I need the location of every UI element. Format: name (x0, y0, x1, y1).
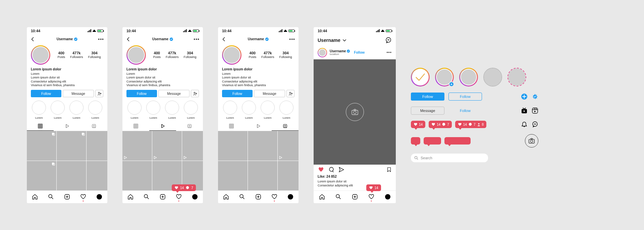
message-button[interactable]: Message (63, 90, 94, 97)
like-button[interactable] (318, 167, 324, 173)
grid-cell[interactable] (87, 161, 108, 190)
story-ring[interactable] (459, 68, 478, 87)
highlight-item[interactable]: Lorem (223, 101, 237, 119)
tab-reels[interactable] (245, 121, 272, 131)
avatar-story-ring[interactable] (222, 45, 241, 65)
highlight-item[interactable]: Lorem (260, 101, 275, 119)
grid-cell[interactable] (248, 131, 277, 161)
highlight-item[interactable]: Lorem (241, 101, 256, 119)
add-circle-icon[interactable] (521, 93, 528, 100)
story-ring-seen[interactable] (483, 68, 502, 87)
highlight-item[interactable]: Lorem (69, 101, 84, 119)
stat-followers[interactable]: 477kFollowers (70, 51, 83, 59)
grid-cell[interactable] (182, 131, 203, 161)
nav-search[interactable] (144, 194, 150, 200)
messenger-icon[interactable] (532, 121, 538, 128)
grid-cell[interactable] (218, 161, 248, 190)
avatar-story-ring[interactable] (31, 45, 50, 65)
back-icon[interactable] (30, 37, 35, 42)
share-button[interactable] (338, 167, 344, 173)
grid-cell[interactable] (248, 161, 277, 190)
chevron-down-icon[interactable] (342, 38, 346, 42)
stat-posts[interactable]: 400Posts (57, 51, 65, 59)
camera-button[interactable] (525, 134, 538, 148)
highlight-item[interactable]: Lorem (165, 101, 179, 119)
follow-button[interactable]: Follow (126, 90, 157, 97)
search-input[interactable]: Search (411, 154, 488, 162)
grid-cell[interactable] (218, 131, 248, 161)
highlight-item[interactable]: Lorem (279, 101, 294, 119)
post-avatar[interactable] (318, 48, 327, 57)
post-image[interactable] (314, 59, 396, 165)
nav-activity[interactable] (80, 194, 86, 200)
nav-home[interactable] (32, 194, 38, 200)
suggest-users-button[interactable] (286, 90, 294, 97)
nav-profile[interactable] (192, 194, 198, 200)
more-icon[interactable]: ••• (289, 37, 295, 42)
avatar-story-ring[interactable] (126, 45, 146, 65)
bell-icon[interactable] (521, 121, 528, 128)
message-button[interactable]: Message (158, 90, 190, 97)
more-icon[interactable]: ••• (386, 51, 392, 55)
message-button[interactable]: Message (254, 90, 285, 97)
more-icon[interactable]: ••• (194, 37, 200, 42)
highlight-item[interactable]: Lorem (50, 101, 65, 119)
back-icon[interactable] (126, 37, 130, 42)
tab-reels[interactable] (54, 121, 80, 131)
tab-reels[interactable] (149, 121, 176, 131)
nav-home[interactable] (127, 194, 133, 200)
nav-search[interactable] (335, 194, 341, 200)
nav-home[interactable] (223, 194, 229, 200)
nav-activity[interactable]: 14 7 (176, 194, 182, 200)
nav-activity[interactable]: 14 (368, 194, 374, 200)
grid-cell[interactable] (122, 161, 152, 190)
stat-following[interactable]: 304Following (88, 51, 101, 59)
grid-cell[interactable] (27, 131, 56, 161)
follow-button[interactable]: Follow (222, 90, 253, 97)
tab-grid[interactable] (122, 121, 149, 131)
tab-tagged[interactable] (176, 121, 203, 131)
stat-followers[interactable]: 477kFollowers (166, 51, 179, 59)
highlight-item[interactable]: Lorem (146, 101, 161, 119)
highlight-item[interactable]: Lorem (183, 101, 198, 119)
more-icon[interactable]: ••• (98, 37, 104, 42)
suggest-users-button[interactable] (191, 90, 199, 97)
follow-button-filled[interactable]: Follow (411, 93, 444, 101)
suggest-users-button[interactable] (95, 90, 103, 97)
bookmark-button[interactable] (386, 167, 392, 173)
follow-button[interactable]: Follow (31, 90, 61, 97)
stat-following[interactable]: 304Following (183, 51, 196, 59)
nav-profile[interactable] (287, 194, 293, 200)
story-ring-checked[interactable] (411, 68, 430, 87)
nav-home[interactable] (319, 194, 325, 200)
nav-add[interactable] (160, 194, 166, 200)
highlight-item[interactable]: Lorem (127, 101, 142, 119)
grid-cell[interactable] (87, 131, 108, 161)
post-user-block[interactable]: Username location (330, 49, 350, 56)
story-ring-add[interactable]: + (435, 68, 454, 87)
story-ring-close-friends[interactable] (507, 68, 526, 87)
tab-tagged[interactable] (80, 121, 107, 131)
grid-cell[interactable] (27, 161, 56, 190)
highlight-item[interactable]: Lorem (88, 101, 103, 119)
grid-cell[interactable] (152, 131, 182, 161)
tab-tagged[interactable] (272, 121, 299, 131)
highlight-item[interactable]: Lorem (32, 101, 46, 119)
grid-cell[interactable] (122, 131, 152, 161)
grid-cell[interactable] (57, 161, 86, 190)
follow-link[interactable]: Follow (448, 107, 482, 115)
reels-icon[interactable] (532, 107, 538, 114)
tab-grid[interactable] (218, 121, 245, 131)
nav-search[interactable] (48, 194, 54, 200)
follow-link[interactable]: Follow (354, 51, 365, 54)
nav-add[interactable] (255, 194, 261, 200)
message-button[interactable]: Message (411, 107, 444, 115)
likes-count[interactable]: Like: 24 852 (314, 174, 396, 179)
nav-add[interactable] (352, 194, 358, 200)
stat-posts[interactable]: 400Posts (153, 51, 161, 59)
messenger-icon[interactable] (385, 37, 392, 44)
nav-search[interactable] (239, 194, 245, 200)
header-username[interactable]: Username (318, 38, 340, 43)
grid-cell[interactable] (278, 161, 299, 190)
nav-profile[interactable] (385, 194, 391, 200)
